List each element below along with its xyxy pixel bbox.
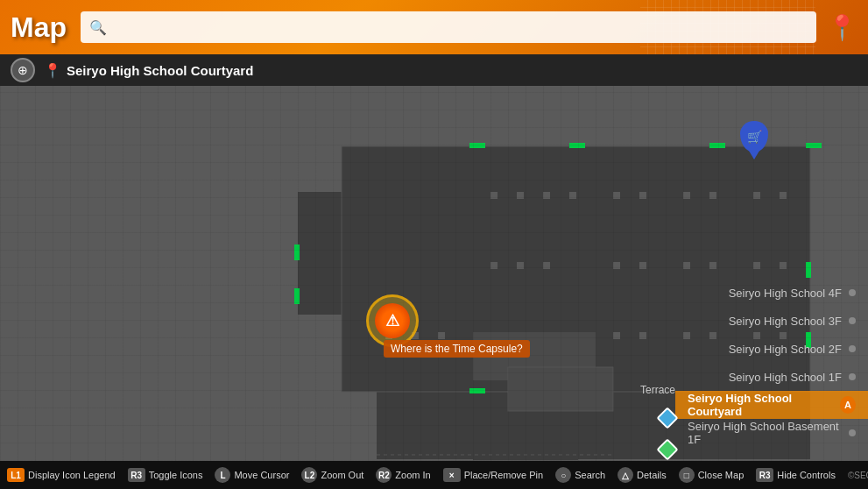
btn-badge-4: R2	[376, 467, 392, 483]
header-decoration	[640, 0, 815, 54]
svg-rect-37	[569, 143, 585, 148]
floor-item-2[interactable]: Seiryo High School 2F	[675, 335, 868, 363]
sega-credit: ©SEGA	[848, 471, 868, 480]
svg-rect-14	[683, 192, 690, 199]
floor-list[interactable]: Seiryo High School 4FSeiryo High School …	[675, 279, 868, 447]
btn-badge-0: L1	[7, 468, 25, 482]
basement-marker	[660, 442, 675, 457]
courtyard-diamond-icon	[656, 407, 678, 429]
bottom-label-5: Place/Remove Pin	[464, 470, 544, 480]
svg-rect-25	[753, 262, 760, 269]
svg-rect-9	[517, 192, 524, 199]
location-bar: ⊕ 📍 Seiryo High School Courtyard	[0, 54, 868, 86]
btn-badge-1: R3	[128, 468, 145, 482]
svg-rect-21	[613, 262, 620, 269]
floor-label-1: Seiryo High School 3F	[729, 315, 842, 328]
active-floor-badge: A	[840, 396, 856, 414]
map-title: Map	[11, 11, 67, 44]
bottom-label-6: Search	[575, 470, 605, 480]
bottom-control-5: ×Place/Remove Pin	[443, 468, 544, 482]
floor-label-2: Seiryo High School 2F	[729, 343, 842, 356]
svg-rect-11	[569, 192, 576, 199]
bottom-label-4: Zoom In	[395, 470, 430, 480]
floor-label-3: Seiryo High School 1F	[729, 371, 842, 384]
location-pin-icon: 📍	[44, 62, 61, 79]
terrace-label: Terrace	[640, 384, 675, 396]
btn-badge-3: L2	[301, 467, 317, 483]
floor-label-5: Seiryo High School Basement 1F	[688, 420, 842, 446]
floor-dot-5	[849, 429, 856, 436]
header-pin-icon: 📍	[827, 13, 857, 42]
svg-rect-23	[683, 262, 690, 269]
svg-rect-2	[298, 192, 346, 315]
header-bar: Map 🔍 📍	[0, 0, 868, 54]
svg-rect-5	[473, 433, 578, 460]
search-icon: 🔍	[89, 19, 107, 36]
floor-dot-1	[849, 317, 856, 324]
bottom-control-1: R3Toggle Icons	[128, 468, 203, 482]
svg-rect-38	[709, 143, 725, 148]
bottom-label-0: Display Icon Legend	[28, 470, 116, 480]
floor-item-4[interactable]: Seiryo High School CourtyardA	[675, 391, 868, 419]
bottom-label-2: Move Cursor	[234, 470, 289, 480]
bottom-control-4: R2Zoom In	[376, 467, 430, 483]
svg-rect-15	[709, 192, 716, 199]
quest-icon: ⚠	[375, 303, 410, 338]
basement-diamond-icon	[656, 438, 678, 460]
bottom-label-8: Close Map	[698, 470, 745, 480]
compass-icon: ⊕	[11, 58, 35, 82]
svg-rect-16	[753, 192, 760, 199]
courtyard-marker	[660, 410, 675, 426]
floor-dot-2	[849, 345, 856, 352]
btn-badge-5: ×	[443, 468, 461, 482]
quest-marker: ⚠ Where is the Time Capsule?	[366, 294, 419, 347]
svg-rect-29	[438, 332, 445, 339]
map-area[interactable]: 🛒 ⚠ Where is the Time Capsule? Terrace S…	[0, 86, 868, 461]
svg-rect-22	[639, 262, 646, 269]
svg-rect-10	[543, 192, 550, 199]
svg-rect-8	[490, 192, 498, 199]
bottom-control-8: □Close Map	[679, 467, 745, 483]
bottom-control-3: L2Zoom Out	[301, 467, 363, 483]
svg-rect-20	[543, 262, 550, 269]
bottom-bar: L1Display Icon LegendR3Toggle IconsLMove…	[0, 461, 868, 489]
btn-badge-6: ○	[555, 467, 571, 483]
floor-item-5[interactable]: Seiryo High School Basement 1F	[675, 419, 868, 447]
bottom-control-9: R3Hide Controls	[756, 468, 836, 482]
btn-badge-2: L	[215, 467, 230, 483]
btn-badge-8: □	[679, 467, 695, 483]
bottom-label-7: Details	[637, 470, 667, 480]
floor-item-1[interactable]: Seiryo High School 3F	[675, 307, 868, 335]
shop-pin-icon: 🛒	[740, 121, 768, 152]
bottom-label-3: Zoom Out	[321, 470, 363, 480]
bottom-control-7: △Details	[617, 467, 667, 483]
bottom-control-6: ○Search	[555, 467, 605, 483]
svg-rect-18	[490, 262, 498, 269]
svg-rect-41	[294, 288, 300, 304]
svg-rect-0	[342, 87, 868, 146]
bottom-control-2: LMove Cursor	[215, 467, 289, 483]
svg-rect-44	[469, 388, 485, 393]
svg-rect-30	[613, 332, 620, 339]
svg-rect-39	[806, 143, 822, 148]
floor-label-4: Seiryo High School Courtyard	[688, 392, 833, 418]
floor-dot-0	[849, 289, 856, 296]
shop-marker: 🛒	[740, 121, 768, 152]
svg-rect-31	[639, 332, 646, 339]
bottom-label-9: Hide Controls	[777, 470, 836, 480]
svg-rect-40	[294, 244, 300, 260]
quest-circle-outer: ⚠	[366, 294, 419, 347]
svg-rect-12	[613, 192, 620, 199]
location-name: Seiryo High School Courtyard	[67, 63, 253, 78]
bottom-label-1: Toggle Icons	[149, 470, 203, 480]
btn-badge-7: △	[617, 467, 633, 483]
svg-rect-19	[517, 262, 524, 269]
svg-rect-26	[780, 262, 787, 269]
floor-item-0[interactable]: Seiryo High School 4F	[675, 279, 868, 307]
quest-tooltip: Where is the Time Capsule?	[384, 340, 530, 358]
btn-badge-9: R3	[756, 468, 773, 482]
floor-item-3[interactable]: Seiryo High School 1F	[675, 363, 868, 391]
svg-rect-42	[806, 262, 811, 278]
svg-rect-36	[469, 143, 485, 148]
svg-rect-17	[780, 192, 787, 199]
